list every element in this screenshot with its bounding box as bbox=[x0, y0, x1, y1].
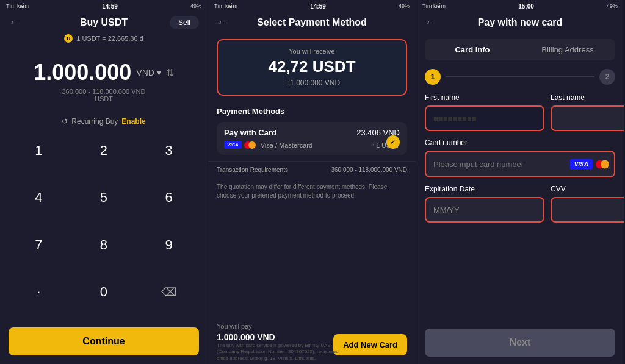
status-bar-2: Tìm kiếm 14:59 49% bbox=[208, 0, 416, 12]
key-2[interactable]: 2 bbox=[71, 134, 137, 167]
expiry-group: Expiration Date bbox=[425, 185, 544, 223]
receive-box: You will receive 42,72 USDT = 1.000.000 … bbox=[217, 39, 407, 96]
rate-text: 1 USDT = 22.665,86 đ bbox=[76, 35, 143, 42]
transaction-requirements: Transaction Requirements 360.000 - 118.0… bbox=[208, 161, 416, 178]
name-row: First name Last name bbox=[425, 93, 615, 131]
you-will-pay-label: You will pay bbox=[208, 318, 416, 332]
usdt-label: USDT bbox=[95, 95, 113, 102]
key-backspace[interactable]: ⌫ bbox=[136, 276, 201, 309]
header-2: ← Select Payment Method bbox=[208, 12, 416, 33]
status-right-1: 49% bbox=[190, 3, 201, 9]
key-6[interactable]: 6 bbox=[136, 181, 201, 214]
key-5[interactable]: 5 bbox=[71, 181, 137, 214]
screen-new-card: Tìm kiếm 15:00 49% ← Pay with new card C… bbox=[416, 0, 624, 364]
key-1[interactable]: 1 bbox=[6, 134, 71, 167]
tab-container: Card Info Billing Address bbox=[425, 39, 615, 60]
status-right-2: 49% bbox=[399, 3, 410, 9]
status-left-3: Tìm kiếm bbox=[422, 3, 446, 9]
continue-button[interactable]: Continue bbox=[9, 327, 199, 355]
sell-button[interactable]: Sell bbox=[170, 16, 199, 29]
receive-sub: = 1.000.000 VND bbox=[225, 79, 399, 87]
key-0[interactable]: 0 bbox=[71, 276, 137, 309]
last-name-group: Last name bbox=[551, 93, 624, 131]
cvv-label: CVV bbox=[551, 185, 624, 193]
cvv-input[interactable] bbox=[551, 197, 624, 223]
cvv-group: CVV bbox=[551, 185, 624, 223]
first-name-label: First name bbox=[425, 93, 544, 102]
recurring-label: Recurring Buy bbox=[71, 117, 118, 126]
usdt-coin-icon: U bbox=[64, 34, 73, 43]
last-name-label: Last name bbox=[551, 93, 624, 102]
screen2-title: Select Payment Method bbox=[217, 17, 407, 28]
screen3-title: Pay with new card bbox=[425, 17, 615, 28]
visa-icon: VISA bbox=[570, 159, 593, 170]
payment-card-footer: VISA Visa / Mastercard ≈1 USDT bbox=[224, 141, 400, 149]
amount-currency: VND ▾ bbox=[136, 68, 161, 77]
key-9[interactable]: 9 bbox=[136, 229, 201, 262]
expiry-label: Expiration Date bbox=[425, 185, 544, 193]
mc-icon bbox=[596, 160, 609, 168]
status-bar-3: Tìm kiếm 15:00 49% bbox=[416, 0, 624, 12]
card-number-wrapper: VISA bbox=[425, 151, 615, 177]
expiry-input[interactable] bbox=[425, 197, 544, 223]
key-7[interactable]: 7 bbox=[6, 229, 71, 262]
recurring-icon: ↺ bbox=[62, 117, 68, 126]
card-number-group: Card number VISA bbox=[425, 138, 615, 185]
status-bar-1: Tìm kiếm 14:59 49% bbox=[0, 0, 208, 12]
back-button-2[interactable]: ← bbox=[217, 16, 228, 29]
expiry-cvv-row: Expiration Date CVV bbox=[425, 185, 615, 223]
amount-number: 1.000.000 bbox=[34, 60, 131, 85]
status-left-2: Tìm kiếm bbox=[214, 3, 237, 9]
status-time-3: 15:00 bbox=[518, 3, 534, 10]
back-button-3[interactable]: ← bbox=[425, 16, 436, 29]
selected-check-icon: ✓ bbox=[386, 135, 400, 149]
payment-methods-label: Payment Methods bbox=[208, 102, 416, 118]
header-3: ← Pay with new card bbox=[416, 12, 624, 33]
screen-buy-usdt: Tìm kiếm 14:59 49% ← Buy USDT Sell U 1 U… bbox=[0, 0, 208, 364]
amount-display: 1.000.000 VND ▾ ⇅ bbox=[34, 60, 174, 85]
first-name-input[interactable] bbox=[425, 105, 544, 131]
receive-amount: 42,72 USDT bbox=[225, 57, 399, 76]
key-dot[interactable]: · bbox=[6, 276, 71, 309]
status-left-1: Tìm kiếm bbox=[6, 3, 29, 9]
payment-card-header: Pay with Card 23.406 VND bbox=[224, 128, 400, 137]
card-type-label: Visa / Mastercard bbox=[261, 141, 312, 149]
step-indicators: 1 2 bbox=[416, 69, 624, 93]
step-1-circle: 1 bbox=[425, 69, 441, 85]
card-form: First name Last name Card number VISA bbox=[416, 93, 624, 230]
step-line bbox=[446, 76, 594, 77]
visa-badge: VISA bbox=[224, 141, 242, 149]
first-name-group: First name bbox=[425, 93, 544, 131]
status-time-1: 14:59 bbox=[102, 3, 118, 10]
mastercard-badge bbox=[244, 141, 256, 149]
card-brand-icons: VISA bbox=[570, 159, 609, 170]
key-4[interactable]: 4 bbox=[6, 181, 71, 214]
receive-label: You will receive bbox=[225, 48, 399, 55]
payment-card-item[interactable]: Pay with Card 23.406 VND VISA Visa / Mas… bbox=[217, 122, 407, 155]
req-label: Transaction Requirements bbox=[217, 166, 288, 173]
status-time-2: 14:59 bbox=[310, 3, 326, 10]
quotation-text: The quotation may differ for different p… bbox=[208, 178, 416, 205]
pay-with-card-label: Pay with Card bbox=[224, 128, 276, 137]
amount-range: 360.000 - 118.000.000 VND bbox=[62, 88, 146, 95]
enable-button[interactable]: Enable bbox=[121, 117, 145, 126]
numpad: 1 2 3 4 5 6 7 8 9 · 0 ⌫ bbox=[0, 134, 208, 323]
header-1: ← Buy USDT Sell bbox=[0, 12, 208, 33]
last-name-input[interactable] bbox=[551, 105, 624, 131]
card-logos: VISA Visa / Mastercard bbox=[224, 141, 312, 149]
powered-text: The buy with card service is powered by … bbox=[217, 343, 349, 362]
key-3[interactable]: 3 bbox=[136, 134, 201, 167]
key-8[interactable]: 8 bbox=[71, 229, 137, 262]
card-number-label: Card number bbox=[425, 138, 615, 147]
screen-payment-method: Tìm kiếm 14:59 49% ← Select Payment Meth… bbox=[208, 0, 416, 364]
req-value: 360.000 - 118.000.000 VND bbox=[331, 166, 407, 173]
next-button[interactable]: Next bbox=[425, 329, 615, 357]
swap-icon[interactable]: ⇅ bbox=[166, 67, 174, 79]
back-button-1[interactable]: ← bbox=[9, 16, 20, 29]
tab-card-info[interactable]: Card Info bbox=[425, 39, 520, 60]
rate-row: U 1 USDT = 22.665,86 đ bbox=[0, 33, 208, 48]
step-2-circle: 2 bbox=[599, 69, 615, 85]
amount-section: 1.000.000 VND ▾ ⇅ 360.000 - 118.000.000 … bbox=[0, 48, 208, 109]
status-right-3: 49% bbox=[607, 3, 618, 9]
tab-billing-address[interactable]: Billing Address bbox=[520, 39, 615, 60]
